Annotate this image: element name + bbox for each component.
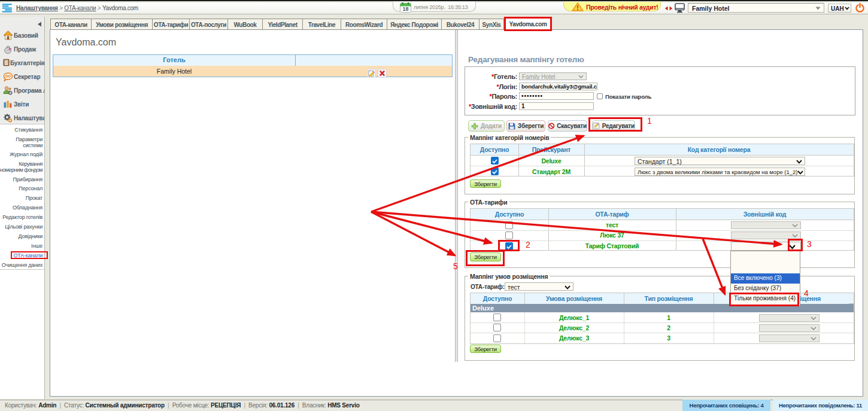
svg-text:18: 18 [402,6,408,12]
